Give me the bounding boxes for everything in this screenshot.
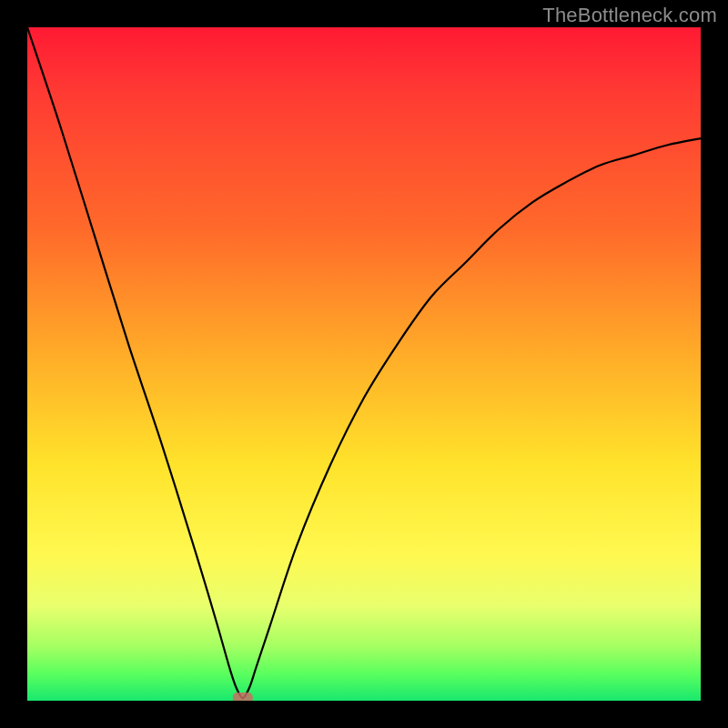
plot-area [27, 27, 701, 701]
watermark-text: TheBottleneck.com [542, 4, 717, 27]
chart-frame: TheBottleneck.com [0, 0, 728, 728]
minimum-marker [233, 693, 253, 701]
bottleneck-curve [27, 27, 701, 698]
curve-layer [27, 27, 701, 701]
